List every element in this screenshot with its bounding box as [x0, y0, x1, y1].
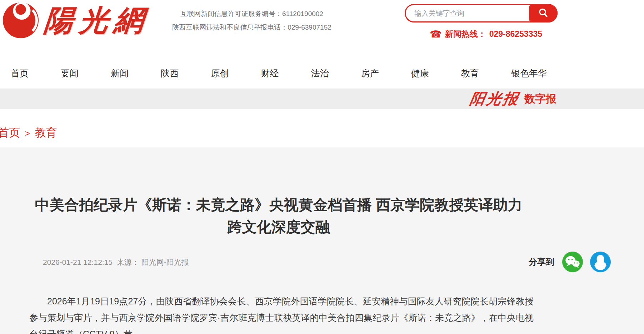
qq-icon — [590, 252, 611, 272]
phone-icon: ☎ — [430, 29, 442, 39]
nav-item-news[interactable]: 新闻 — [111, 62, 129, 79]
nav-item-shaanxi[interactable]: 陕西 — [161, 62, 179, 79]
license-line1: 互联网新闻信息许可证服务编号：61120190002 — [168, 7, 336, 21]
share-qq-button[interactable] — [590, 252, 611, 272]
breadcrumb-separator: > — [25, 127, 30, 138]
article-title-line1: 中美合拍纪录片《斯诺：未竟之路》央视黄金档首播 西京学院教授英译助力 — [23, 194, 534, 216]
share-bar: 分享到 — [529, 252, 611, 272]
wechat-icon — [562, 252, 583, 272]
search-input[interactable] — [414, 6, 518, 20]
hotline-label: 新闻热线： — [445, 29, 486, 40]
nav-item-finance[interactable]: 财经 — [261, 62, 279, 79]
nav-item-law[interactable]: 法治 — [311, 62, 329, 79]
main-nav: 首页 要闻 新闻 陕西 原创 财经 法治 房产 健康 教育 银色年华 — [11, 54, 547, 88]
breadcrumb-home[interactable]: 首页 — [0, 125, 20, 140]
nav-item-health[interactable]: 健康 — [411, 62, 429, 79]
article-panel: 中美合拍纪录片《斯诺：未竟之路》央视黄金档首播 西京学院教授英译助力 跨文化深度… — [0, 147, 644, 334]
nav-item-home[interactable]: 首页 — [11, 62, 29, 79]
nav-item-education[interactable]: 教育 — [461, 62, 479, 79]
logo-text: 陽光網 — [43, 3, 151, 37]
nav-item-original[interactable]: 原创 — [211, 62, 229, 79]
publish-time: 2026-01-21 12:12:15 — [43, 258, 113, 266]
site-logo[interactable]: 陽光網 — [2, 1, 149, 39]
source-name: 阳光网-阳光报 — [141, 258, 189, 266]
nav-item-realestate[interactable]: 房产 — [361, 62, 379, 79]
breadcrumb-current[interactable]: 教育 — [35, 125, 57, 140]
digital-paper-bar: 阳光报 数字报 — [0, 88, 644, 109]
search-button[interactable] — [529, 4, 558, 22]
search-box — [405, 4, 558, 22]
article-meta: 2026-01-21 12:12:15 来源：阳光网-阳光报 — [43, 257, 191, 267]
license-info: 互联网新闻信息许可证服务编号：61120190002 陕西互联网违法和不良信息举… — [168, 7, 336, 34]
nav-item-silver-age[interactable]: 银色年华 — [511, 62, 547, 79]
article-title-line2: 跨文化深度交融 — [23, 216, 534, 238]
site-header: 陽光網 互联网新闻信息许可证服务编号：61120190002 陕西互联网违法和不… — [0, 0, 644, 53]
breadcrumb: 首页 > 教育 — [0, 125, 57, 140]
digital-paper-link[interactable]: 数字报 — [524, 93, 556, 104]
hotline-number: 029-86253335 — [489, 29, 542, 39]
article-title: 中美合拍纪录片《斯诺：未竟之路》央视黄金档首播 西京学院教授英译助力 跨文化深度… — [23, 194, 534, 238]
sunshine-logo-icon — [2, 1, 41, 39]
paper-logo[interactable]: 阳光报 — [469, 91, 520, 106]
page: 陽光網 互联网新闻信息许可证服务编号：61120190002 陕西互联网违法和不… — [0, 0, 644, 334]
nav-item-headlines[interactable]: 要闻 — [61, 62, 79, 79]
share-label: 分享到 — [529, 256, 554, 268]
share-wechat-button[interactable] — [562, 252, 583, 272]
news-hotline: ☎ 新闻热线： 029-86253335 — [430, 29, 542, 40]
license-line2: 陕西互联网违法和不良信息举报电话：029-63907152 — [168, 21, 336, 34]
search-icon — [538, 7, 549, 19]
article-body: 2026年1月19日19点27分，由陕西省翻译协会会长、西京学院外国语学院院长、… — [29, 293, 534, 334]
article-meta-row: 2026-01-21 12:12:15 来源：阳光网-阳光报 分享到 — [43, 252, 611, 273]
source-label: 来源： — [117, 258, 139, 266]
